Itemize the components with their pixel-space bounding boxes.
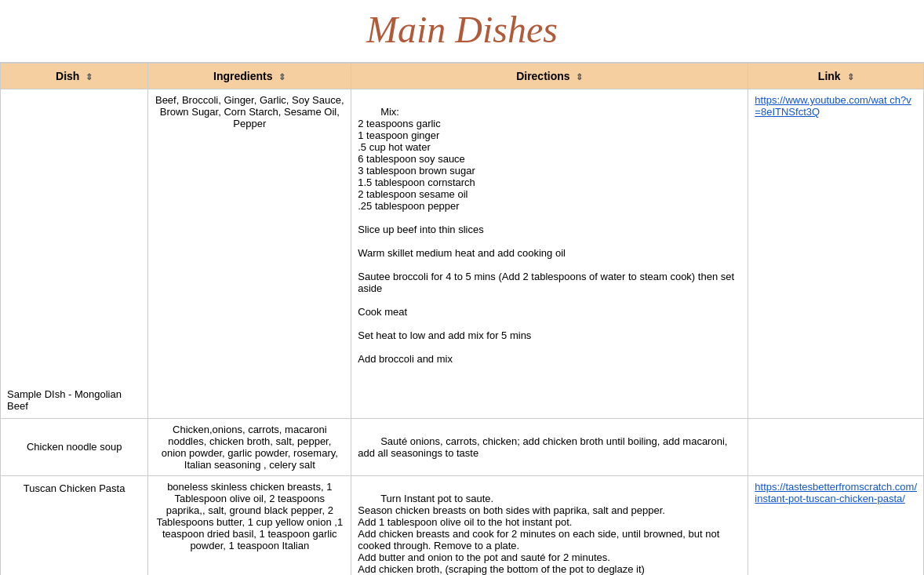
link-tuscan[interactable]: https://tastesbetterfromscratch.com/inst…	[755, 481, 917, 504]
ingredients-tuscan: boneless skinless chicken breasts, 1 Tab…	[156, 481, 343, 551]
col-header-ingredients-label: Ingredients	[213, 70, 272, 82]
ingredients-filter-icon[interactable]: ⇕	[278, 72, 286, 82]
dish-name-tuscan: Tuscan Chicken Pasta	[24, 482, 126, 494]
table-row: Chicken noodle soup Chicken,onions, carr…	[1, 419, 924, 476]
col-header-dish-label: Dish	[56, 70, 79, 82]
directions-mongolian: Mix: 2 teaspoons garlic 1 teaspoon ginge…	[358, 106, 737, 365]
link-cell-mongolian: https://www.youtube.com/wat ch?v=8eITNSf…	[748, 89, 924, 419]
col-header-link-label: Link	[818, 70, 841, 82]
ingredients-chicken: Chicken,onions, carrots, macaroni noddle…	[162, 424, 338, 471]
table-header-row: Dish ⇕ Ingredients ⇕ Directions ⇕ Link ⇕	[1, 64, 924, 89]
table-row: Sample DIsh - Mongolian Beef Beef, Brocc…	[1, 89, 924, 419]
dish-name-chicken: Chicken noodle soup	[27, 441, 122, 453]
col-header-directions-label: Directions	[516, 70, 569, 82]
ingredients-cell-chicken: Chicken,onions, carrots, macaroni noddle…	[148, 419, 351, 476]
col-header-link[interactable]: Link ⇕	[748, 64, 924, 89]
col-header-directions[interactable]: Directions ⇕	[351, 64, 748, 89]
dish-cell-tuscan: Tuscan Chicken Pasta	[1, 476, 148, 576]
link-filter-icon[interactable]: ⇕	[847, 72, 854, 82]
directions-filter-icon[interactable]: ⇕	[576, 72, 583, 82]
directions-cell-chicken: Sauté onions, carrots, chicken; add chic…	[351, 419, 748, 476]
page-title: Main Dishes	[0, 0, 924, 63]
directions-chicken: Sauté onions, carrots, chicken; add chic…	[358, 435, 730, 459]
col-header-dish[interactable]: Dish ⇕	[1, 64, 148, 89]
dish-cell-mongolian: Sample DIsh - Mongolian Beef	[1, 89, 148, 419]
link-cell-chicken	[748, 419, 924, 476]
directions-tuscan: Turn Instant pot to saute. Season chicke…	[358, 493, 722, 575]
ingredients-cell-mongolian: Beef, Broccoli, Ginger, Garlic, Soy Sauc…	[148, 89, 351, 419]
main-table: Dish ⇕ Ingredients ⇕ Directions ⇕ Link ⇕…	[0, 63, 924, 575]
dish-name-mongolian: Sample DIsh - Mongolian Beef	[7, 388, 122, 412]
link-mongolian[interactable]: https://www.youtube.com/wat ch?v=8eITNSf…	[755, 94, 911, 118]
ingredients-cell-tuscan: boneless skinless chicken breasts, 1 Tab…	[148, 476, 351, 576]
dish-filter-icon[interactable]: ⇕	[85, 72, 93, 82]
col-header-ingredients[interactable]: Ingredients ⇕	[148, 64, 351, 89]
ingredients-mongolian: Beef, Broccoli, Ginger, Garlic, Soy Sauc…	[155, 94, 344, 129]
directions-cell-mongolian: Mix: 2 teaspoons garlic 1 teaspoon ginge…	[351, 89, 748, 419]
dish-cell-chicken: Chicken noodle soup	[1, 419, 148, 476]
table-row: Tuscan Chicken Pasta boneless skinless c…	[1, 476, 924, 576]
link-cell-tuscan: https://tastesbetterfromscratch.com/inst…	[748, 476, 924, 576]
directions-cell-tuscan: Turn Instant pot to saute. Season chicke…	[351, 476, 748, 576]
